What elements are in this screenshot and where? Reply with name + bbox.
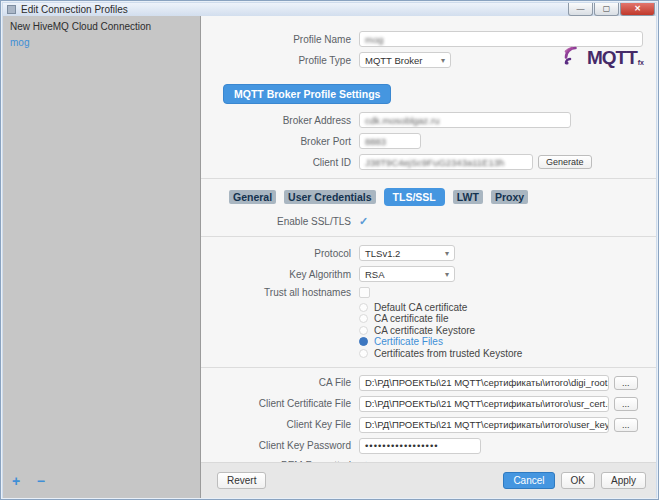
- profile-name-input[interactable]: mog: [359, 31, 643, 47]
- client-id-label: Client ID: [201, 157, 351, 168]
- generate-client-id-button[interactable]: Generate: [538, 155, 592, 169]
- radio-ca-certificate-keystore[interactable]: CA certificate Keystore: [359, 325, 656, 336]
- broker-address-input[interactable]: cdk.mosoblgaz.ru: [359, 112, 571, 128]
- ok-button[interactable]: OK: [561, 472, 595, 489]
- trust-hostnames-checkbox[interactable]: [359, 287, 370, 298]
- broker-port-input[interactable]: 8883: [359, 133, 421, 149]
- key-algorithm-value: RSA: [365, 269, 385, 280]
- profile-editor-panel: MQTT fx Profile Name mog Profile Type MQ…: [201, 16, 656, 498]
- profile-type-value: MQTT Broker: [365, 55, 422, 66]
- separator: [201, 236, 656, 237]
- enable-ssl-checkbox-checked[interactable]: ✓: [359, 215, 368, 228]
- radio-certificate-files[interactable]: Certificate Files: [359, 337, 656, 348]
- radio-icon: [359, 303, 368, 312]
- protocol-dropdown[interactable]: TLSv1.2 ▾: [359, 245, 455, 261]
- broker-address-value: cdk.mosoblgaz.ru: [365, 115, 439, 126]
- titlebar: Edit Connection Profiles — ▢ ✕: [3, 3, 656, 16]
- client-key-file-label: Client Key File: [201, 419, 351, 430]
- tab-tls-ssl[interactable]: TLS/SSL: [384, 188, 445, 206]
- trust-hostnames-label: Trust all hostnames: [201, 287, 351, 298]
- broker-port-value: 8883: [365, 136, 386, 147]
- sidebar-item-mog[interactable]: mog: [10, 37, 193, 48]
- sidebar-item-new-hivemq[interactable]: New HiveMQ Cloud Connection: [10, 21, 193, 32]
- logo-text: MQTT: [587, 49, 637, 66]
- chevron-down-icon: ▾: [445, 270, 449, 279]
- app-icon: [7, 5, 16, 14]
- add-profile-button[interactable]: +: [12, 473, 20, 489]
- radio-default-ca-certificate[interactable]: Default CA certificate: [359, 302, 656, 313]
- radio-selected-icon: [359, 337, 368, 346]
- client-certificate-browse-button[interactable]: ...: [614, 397, 638, 411]
- client-id-input[interactable]: J38T9C4ejSc9FuG2343a11E13h: [359, 154, 533, 170]
- client-key-password-label: Client Key Password: [201, 440, 351, 451]
- separator: [201, 178, 656, 179]
- broker-settings-section-button[interactable]: MQTT Broker Profile Settings: [223, 84, 391, 104]
- radio-icon: [359, 349, 368, 358]
- key-algorithm-dropdown[interactable]: RSA ▾: [359, 266, 455, 282]
- tab-user-credentials[interactable]: User Credentials: [284, 190, 375, 204]
- mqtt-signal-icon: [563, 46, 587, 66]
- client-certificate-file-input[interactable]: D:\РД\ПРОЕКТЫ\21 MQTT\сертификаты\итого\…: [359, 396, 609, 412]
- close-button[interactable]: ✕: [620, 3, 655, 16]
- radio-icon: [359, 314, 368, 323]
- tab-proxy[interactable]: Proxy: [491, 190, 528, 204]
- broker-port-label: Broker Port: [201, 136, 351, 147]
- key-algorithm-label: Key Algorithm: [201, 269, 351, 280]
- ca-file-label: CA File: [201, 377, 351, 388]
- client-key-file-input[interactable]: D:\РД\ПРОЕКТЫ\21 MQTT\сертификаты\итого\…: [359, 417, 609, 433]
- revert-button[interactable]: Revert: [217, 472, 266, 489]
- logo-suffix: fx: [638, 59, 644, 66]
- footer-bar: Revert Cancel OK Apply: [201, 462, 656, 498]
- pem-formatted-checkbox-checked[interactable]: ✓: [359, 459, 368, 463]
- separator: [201, 367, 656, 368]
- mqtt-fx-logo: MQTT fx: [563, 46, 644, 66]
- client-certificate-file-label: Client Certificate File: [201, 398, 351, 409]
- tab-lwt[interactable]: LWT: [453, 190, 483, 204]
- radio-ca-certificate-file[interactable]: CA certificate file: [359, 314, 656, 325]
- profile-type-dropdown[interactable]: MQTT Broker ▾: [359, 52, 451, 68]
- radio-icon: [359, 326, 368, 335]
- remove-profile-button[interactable]: −: [37, 473, 45, 489]
- cancel-button[interactable]: Cancel: [503, 472, 554, 489]
- maximize-button[interactable]: ▢: [594, 3, 619, 16]
- radio-certificates-trusted-keystore[interactable]: Certificates from trusted Keystore: [359, 348, 656, 359]
- profile-type-label: Profile Type: [201, 55, 351, 66]
- enable-ssl-label: Enable SSL/TLS: [201, 216, 351, 227]
- ca-file-value: D:\РД\ПРОЕКТЫ\21 MQTT\сертификаты\итого\…: [365, 377, 609, 388]
- client-key-browse-button[interactable]: ...: [614, 418, 638, 432]
- client-key-file-value: D:\РД\ПРОЕКТЫ\21 MQTT\сертификаты\итого\…: [365, 419, 609, 430]
- minimize-button[interactable]: —: [568, 3, 593, 16]
- ca-file-input[interactable]: D:\РД\ПРОЕКТЫ\21 MQTT\сертификаты\итого\…: [359, 375, 609, 391]
- pem-formatted-label: PEM Formatted: [201, 460, 351, 463]
- protocol-label: Protocol: [201, 248, 351, 259]
- edit-connection-profiles-window: Edit Connection Profiles — ▢ ✕ New HiveM…: [0, 0, 659, 500]
- protocol-value: TLSv1.2: [365, 248, 400, 259]
- ca-file-browse-button[interactable]: ...: [614, 376, 638, 390]
- client-key-password-value: •••••••••••••••••: [365, 440, 439, 451]
- profiles-sidebar: New HiveMQ Cloud Connection mog + −: [3, 16, 201, 498]
- profile-name-value: mog: [365, 34, 383, 45]
- ca-source-radio-group: Default CA certificate CA certificate fi…: [359, 302, 656, 359]
- settings-tabs: General User Credentials TLS/SSL LWT Pro…: [229, 188, 656, 206]
- broker-address-label: Broker Address: [201, 115, 351, 126]
- profile-name-label: Profile Name: [201, 34, 351, 45]
- window-title: Edit Connection Profiles: [21, 4, 128, 15]
- apply-button[interactable]: Apply: [601, 472, 646, 489]
- chevron-down-icon: ▾: [441, 56, 445, 65]
- chevron-down-icon: ▾: [445, 249, 449, 258]
- tab-general[interactable]: General: [229, 190, 276, 204]
- client-key-password-input[interactable]: •••••••••••••••••: [359, 438, 481, 454]
- client-id-value: J38T9C4ejSc9FuG2343a11E13h: [365, 157, 504, 168]
- client-certificate-file-value: D:\РД\ПРОЕКТЫ\21 MQTT\сертификаты\итого\…: [365, 398, 609, 409]
